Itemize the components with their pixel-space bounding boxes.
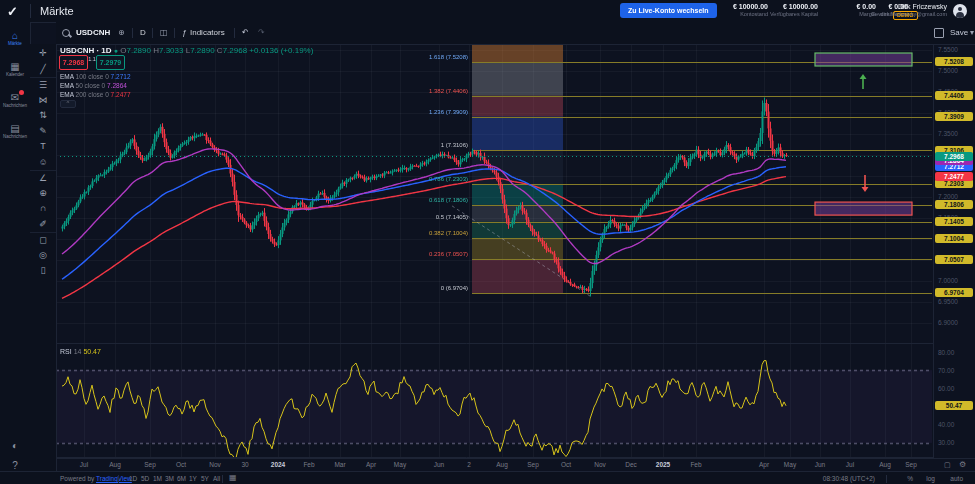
notification-badge	[19, 90, 24, 95]
stat-value: € 10000.00	[720, 3, 768, 11]
time-axis-label: Apr	[366, 461, 376, 468]
draw-visibility-tool[interactable]: ✐	[30, 217, 56, 232]
indicator-name: EMA	[60, 82, 76, 89]
time-axis-label: Feb	[690, 461, 701, 468]
time-axis-label: Feb	[303, 461, 314, 468]
price-grid-label: 6.9000	[938, 319, 958, 326]
indicator-params: 50 close 0	[76, 82, 107, 89]
text-tool[interactable]: T	[30, 139, 56, 154]
crosshair-tool[interactable]: ✛	[30, 46, 56, 61]
price-badge: 7.2477	[935, 172, 973, 181]
time-axis-label: 2024	[271, 461, 285, 468]
layout-icon[interactable]	[934, 22, 944, 44]
divider	[234, 28, 235, 38]
redo-button[interactable]: ↷	[258, 22, 265, 44]
legend-collapse-button[interactable]: ^	[60, 100, 76, 108]
price-badge: 7.0507	[935, 255, 973, 264]
price-axis[interactable]: 7.55007.50007.45007.40007.35007.20007.15…	[933, 44, 975, 458]
mail-icon: ✉	[0, 92, 30, 103]
time-axis-label: May	[784, 461, 796, 468]
sidebar-item-calendar[interactable]: ▦Kalender	[0, 61, 30, 78]
brush-tool[interactable]: ✎	[30, 124, 56, 139]
rsi-grid-label: 80.00	[938, 349, 954, 356]
rsi-param: 14	[74, 348, 82, 355]
time-axis-label: Oct	[176, 461, 186, 468]
symbol-search-input[interactable]: USDCNH	[76, 22, 110, 44]
stat-label: Kontostand	[720, 11, 768, 18]
save-caret-icon[interactable]: ▾	[970, 22, 974, 44]
time-axis[interactable]: ▢ ⚙ JulAugSepOctNov302024FebMarAprMayJun…	[0, 458, 975, 472]
sidebar-item-label: Nachrichten	[0, 134, 30, 140]
time-axis-label: Dec	[625, 461, 637, 468]
home-icon: ⌂	[0, 30, 30, 41]
sell-button[interactable]: 7.2968	[59, 55, 88, 70]
fib-retracement-tool[interactable]: ☰	[30, 77, 56, 93]
pattern-tool[interactable]: ⋈	[30, 93, 56, 108]
user-info[interactable]: Dirk Friczewsky dirk.friczewsky@gmail.co…	[881, 3, 947, 18]
emoji-tool[interactable]: ☺	[30, 155, 56, 170]
sidebar-item-news[interactable]: ▤Nachrichten	[0, 123, 30, 140]
app-logo-icon[interactable]: ✓	[7, 4, 23, 18]
indicators-button[interactable]: Indicators	[190, 22, 225, 44]
buy-button[interactable]: 7.2979	[96, 55, 125, 70]
pane-maximize-icon[interactable]: ▢	[944, 461, 951, 469]
auto-scale-button[interactable]: auto	[950, 475, 963, 482]
time-axis-label: Apr	[759, 461, 769, 468]
switch-live-account-button[interactable]: Zu Live-Konto wechseln	[620, 3, 717, 18]
measure-tool[interactable]: ∠	[30, 170, 56, 186]
indicator-value: 7.2477	[111, 91, 131, 98]
legend-symbol[interactable]: USDCNH · 1D	[60, 46, 112, 55]
divider	[30, 4, 31, 18]
sidebar-theme-toggle[interactable]: ◐	[0, 440, 30, 451]
main-chart-canvas[interactable]	[0, 0, 975, 484]
user-avatar[interactable]	[953, 4, 967, 18]
remove-drawings-tool[interactable]: ▯	[30, 263, 56, 278]
sidebar-item-label: Nachrichten	[0, 103, 30, 109]
save-button[interactable]: Save	[950, 22, 968, 44]
price-badge: 7.5208	[935, 57, 973, 66]
sidebar-help[interactable]: ?	[0, 460, 30, 471]
chart-type-icon[interactable]: ◫	[160, 22, 168, 44]
time-axis-label: Oct	[561, 461, 571, 468]
time-axis-label: Jun	[434, 461, 444, 468]
compare-symbol-icon[interactable]: ⊕	[118, 22, 125, 44]
trendline-tool[interactable]: ╱	[30, 62, 56, 77]
drawing-tool-rail: ✛╱☰⋈⇅✎T☺∠⊕∩✐◻◎▯	[30, 44, 57, 484]
sidebar-item-home[interactable]: ⌂Märkte	[0, 30, 30, 47]
rsi-badge: 50.47	[935, 401, 973, 410]
long-short-position-tool[interactable]: ⇅	[30, 108, 56, 123]
theme-toggle-icon: ◐	[0, 440, 30, 451]
zoom-in-tool[interactable]: ⊕	[30, 186, 56, 201]
goto-date-icon[interactable]: ▦	[229, 473, 237, 482]
ema-legend-row[interactable]: EMA 50 close 0 7.2864	[60, 81, 127, 90]
ohlc-open-value: 7.2890	[127, 46, 151, 55]
time-axis-label: Aug	[109, 461, 121, 468]
price-badge: 7.1806	[935, 200, 973, 209]
news-icon: ▤	[0, 123, 30, 134]
percent-scale-button[interactable]: %	[907, 475, 913, 482]
left-nav-rail: ⌂Märkte▦Kalender✉Nachrichten▤Nachrichten…	[0, 22, 31, 484]
interval-button[interactable]: D	[140, 22, 146, 44]
fib-level-label: 1.618 (7.5208)	[408, 54, 468, 61]
time-axis-settings-icon[interactable]: ⚙	[959, 460, 966, 469]
time-axis-label: May	[394, 461, 406, 468]
price-grid-label: 7.5500	[938, 46, 958, 53]
divider	[118, 475, 119, 483]
rsi-value: 50.47	[83, 348, 101, 355]
lock-drawings-tool[interactable]: ◻	[30, 232, 56, 248]
ema-legend-row[interactable]: EMA 200 close 0 7.2477	[60, 90, 131, 99]
ema-legend-row[interactable]: EMA 100 close 0 7.2712	[60, 72, 131, 81]
undo-button[interactable]: ↶	[242, 22, 249, 44]
clock[interactable]: 08:30:48 (UTC+2)	[823, 475, 875, 482]
sidebar-item-label: Märkte	[0, 41, 30, 47]
sidebar-item-mail[interactable]: ✉Nachrichten	[0, 92, 30, 109]
indicators-fx-icon: ƒ	[182, 22, 186, 44]
hide-drawings-tool[interactable]: ◎	[30, 248, 56, 263]
indicator-name: EMA	[60, 73, 76, 80]
indicator-value: 7.2712	[111, 73, 131, 80]
log-scale-button[interactable]: log	[926, 475, 935, 482]
chart-legend: USDCNH · 1D ● O7.2890 H7.3033 L7.2890 C7…	[60, 46, 313, 55]
magnet-tool[interactable]: ∩	[30, 201, 56, 216]
sidebar-item-label: Kalender	[0, 72, 30, 78]
trading-platform: ✓ Märkte Zu Live-Konto wechseln € 10000.…	[0, 0, 975, 484]
